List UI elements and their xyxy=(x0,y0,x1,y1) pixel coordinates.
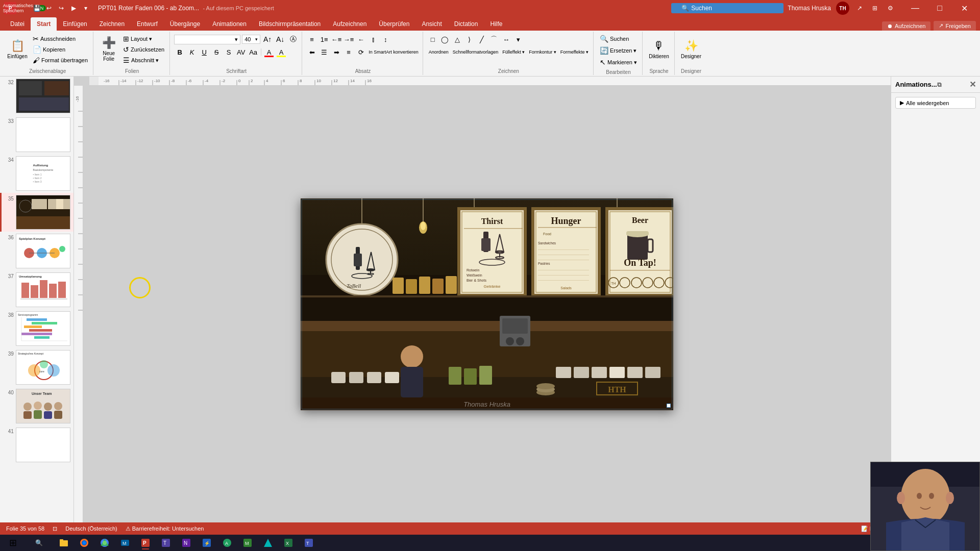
shape-6[interactable]: ⌒ xyxy=(488,34,500,45)
arrange-button[interactable]: Anordnen xyxy=(427,46,450,58)
maximize-button[interactable]: □ xyxy=(928,0,951,16)
shape-3[interactable]: △ xyxy=(452,34,463,45)
decrease-font-button[interactable]: A↓ xyxy=(275,34,286,45)
minimize-button[interactable]: — xyxy=(903,0,927,16)
language-status[interactable]: Deutsch (Österreich) xyxy=(65,525,117,532)
tab-aufzeichnen-right[interactable]: ⏺ Aufzeichnen xyxy=(882,21,931,31)
paste-button[interactable]: 📋 Einfügen xyxy=(5,34,30,64)
justify-button[interactable]: ≡ xyxy=(343,46,354,58)
panel-collapse-button[interactable]: ⧉ xyxy=(937,81,942,88)
underline-button[interactable]: U xyxy=(199,46,210,58)
font-name-selector[interactable]: ▾ xyxy=(174,35,240,44)
resize-handle[interactable] xyxy=(667,404,671,408)
tab-dictation[interactable]: Dictation xyxy=(448,17,484,31)
shape-5[interactable]: ╱ xyxy=(476,34,487,45)
taskbar-file-explorer[interactable] xyxy=(54,535,74,550)
tab-freigeben[interactable]: ↗ Freigeben xyxy=(934,21,976,31)
slide-thumb-33[interactable]: 33 xyxy=(0,115,74,154)
shape-more[interactable]: ▾ xyxy=(513,34,524,45)
effect-button[interactable]: Formeffekte ▾ xyxy=(559,46,590,58)
indent-less-button[interactable]: ←≡ xyxy=(331,34,342,45)
taskbar-teams2[interactable]: ⚡ xyxy=(197,535,216,550)
taskbar-outlook[interactable]: M xyxy=(115,535,135,550)
tab-ueberpruefen[interactable]: Überprüfen xyxy=(373,17,415,31)
taskbar-app1[interactable]: A xyxy=(217,535,237,550)
case-button[interactable]: Aa xyxy=(248,46,259,58)
panel-close-button[interactable]: ✕ xyxy=(969,80,976,89)
shadow-button[interactable]: S xyxy=(223,46,234,58)
more-qa[interactable]: ▾ xyxy=(81,3,91,13)
shape-2[interactable]: ◯ xyxy=(439,34,451,45)
search-taskbar-button[interactable]: 🔍 xyxy=(24,535,53,550)
shape-7[interactable]: ↔ xyxy=(501,34,512,45)
section-button[interactable]: ☰Abschnitt ▾ xyxy=(121,55,166,65)
slide-main[interactable]: TaBell Thirst xyxy=(301,198,673,410)
undo-button[interactable]: ↩ xyxy=(44,3,54,13)
autosave-toggle[interactable]: Automatisches Speichern ON xyxy=(19,3,30,13)
taskbar-excel[interactable]: X xyxy=(279,535,298,550)
play-all-button[interactable]: ▶ Alle wiedergeben xyxy=(895,97,976,109)
present-button[interactable]: ▶ xyxy=(68,3,79,13)
tab-einfuegen[interactable]: Einfügen xyxy=(57,17,93,31)
rtl-button[interactable]: ← xyxy=(355,34,366,45)
increase-font-button[interactable]: A↑ xyxy=(262,34,273,45)
share-icon[interactable]: ↗ xyxy=(854,3,865,13)
accessibility-status[interactable]: ⚠ Barrierefreiheit: Untersuchen xyxy=(126,525,204,532)
slide-thumb-35[interactable]: 35 xyxy=(0,193,74,232)
font-color-button[interactable]: A xyxy=(263,46,275,58)
user-avatar[interactable]: TH xyxy=(836,2,849,15)
designer-button[interactable]: ✨ Designer xyxy=(679,34,703,64)
taskbar-chrome[interactable] xyxy=(95,535,114,550)
numbering-button[interactable]: 1≡ xyxy=(318,34,330,45)
search-edit-button[interactable]: 🔍Suchen xyxy=(598,34,631,44)
taskbar-app2[interactable]: M xyxy=(238,535,257,550)
outline-button[interactable]: Formkontur ▾ xyxy=(527,46,558,58)
align-right-button[interactable]: ➡ xyxy=(331,46,342,58)
text-direction-button[interactable]: ⟳ xyxy=(355,46,366,58)
align-center-button[interactable]: ☰ xyxy=(318,46,330,58)
tab-bildschirm[interactable]: Bildschirmpräsentation xyxy=(253,17,327,31)
taskbar-firefox[interactable] xyxy=(75,535,94,550)
slide-canvas[interactable]: TaBell Thirst xyxy=(83,86,891,522)
tab-datei[interactable]: Datei xyxy=(4,17,31,31)
clear-format-button[interactable]: Ⓐ xyxy=(287,34,299,45)
start-button[interactable]: ⊞ xyxy=(2,535,23,550)
settings-icon[interactable]: ⚙ xyxy=(885,3,895,13)
slide-thumb-39[interactable]: 39 Strategisches Konzept core xyxy=(0,348,74,387)
save-button[interactable]: 💾 xyxy=(32,3,42,13)
search-box[interactable]: 🔍 Suchen xyxy=(671,3,783,13)
redo-button[interactable]: ↪ xyxy=(56,3,66,13)
present-icon[interactable]: ⊞ xyxy=(870,3,880,13)
slide-thumb-32[interactable]: 32 xyxy=(0,77,74,115)
fill-button[interactable]: Fülleffekt ▾ xyxy=(501,46,526,58)
slide-thumb-38[interactable]: 38 Serviceprogramm xyxy=(0,309,74,348)
indent-more-button[interactable]: →≡ xyxy=(343,34,354,45)
tab-aufzeichnen[interactable]: Aufzeichnen xyxy=(327,17,373,31)
taskbar-powerpoint[interactable]: P xyxy=(136,535,155,550)
tab-hilfe[interactable]: Hilfe xyxy=(484,17,508,31)
cut-button[interactable]: ✂Ausschneiden xyxy=(31,34,90,44)
highlight-button[interactable]: A xyxy=(276,46,287,58)
reset-button[interactable]: ↺Zurücksetzen xyxy=(121,44,166,55)
taskbar-onenote[interactable]: N xyxy=(177,535,196,550)
shape-4[interactable]: ⟩ xyxy=(464,34,475,45)
italic-button[interactable]: K xyxy=(186,46,198,58)
close-button[interactable]: ✕ xyxy=(952,0,976,16)
bullets-button[interactable]: ≡ xyxy=(306,34,317,45)
line-spacing-button[interactable]: ↕ xyxy=(380,34,391,45)
replace-button[interactable]: 🔄Ersetzen ▾ xyxy=(598,45,639,56)
shape-1[interactable]: □ xyxy=(427,34,438,45)
slide-thumb-40[interactable]: 40 Unser Team xyxy=(0,387,74,425)
quick-styles-button[interactable]: Schnellformatvorlagen xyxy=(451,46,500,58)
slide-thumb-34[interactable]: 34 Auflistung Basiskomponente • Item 1 •… xyxy=(0,154,74,193)
bold-button[interactable]: B xyxy=(174,46,185,58)
font-size-box[interactable]: 40 ▾ xyxy=(242,35,260,44)
columns-button[interactable]: ⫿ xyxy=(368,34,379,45)
select-button[interactable]: ↖Markieren ▾ xyxy=(598,57,639,67)
new-slide-button[interactable]: ➕ NeueFolie xyxy=(97,34,120,64)
tab-uebergaenge[interactable]: Übergänge xyxy=(164,17,206,31)
layout-button[interactable]: ⊞Layout ▾ xyxy=(121,34,166,44)
tab-animationen[interactable]: Animationen xyxy=(206,17,253,31)
align-left-button[interactable]: ⬅ xyxy=(306,46,317,58)
strikethrough-button[interactable]: S xyxy=(211,46,222,58)
